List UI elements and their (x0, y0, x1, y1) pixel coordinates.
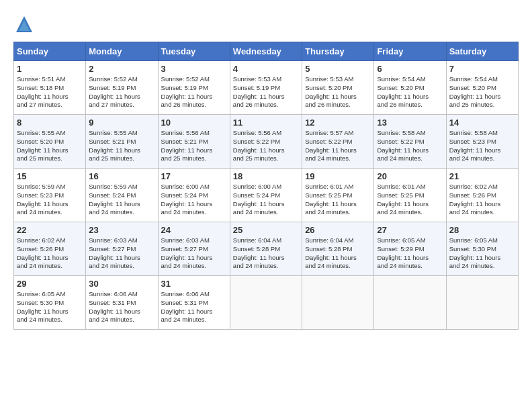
day-detail: Sunrise: 5:54 AM Sunset: 5:20 PM Dayligh… (449, 75, 515, 109)
day-number: 31 (161, 279, 227, 289)
calendar-day: 2Sunrise: 5:52 AM Sunset: 5:19 PM Daylig… (86, 61, 158, 115)
day-number: 19 (305, 171, 371, 181)
day-detail: Sunrise: 5:54 AM Sunset: 5:20 PM Dayligh… (377, 75, 443, 109)
header-tuesday: Tuesday (158, 42, 230, 61)
day-detail: Sunrise: 6:05 AM Sunset: 5:30 PM Dayligh… (449, 236, 515, 271)
calendar-day: 22Sunrise: 6:02 AM Sunset: 5:26 PM Dayli… (14, 222, 86, 276)
day-detail: Sunrise: 6:00 AM Sunset: 5:24 PM Dayligh… (161, 183, 227, 217)
day-number: 22 (17, 225, 83, 235)
day-detail: Sunrise: 6:03 AM Sunset: 5:27 PM Dayligh… (161, 236, 227, 271)
day-detail: Sunrise: 6:01 AM Sunset: 5:25 PM Dayligh… (305, 183, 371, 217)
calendar-week-1: 8Sunrise: 5:55 AM Sunset: 5:20 PM Daylig… (14, 115, 519, 169)
day-detail: Sunrise: 5:52 AM Sunset: 5:19 PM Dayligh… (89, 75, 154, 109)
day-number: 2 (89, 64, 154, 74)
calendar-day: 18Sunrise: 6:00 AM Sunset: 5:24 PM Dayli… (230, 169, 302, 222)
day-detail: Sunrise: 6:01 AM Sunset: 5:25 PM Dayligh… (377, 183, 443, 217)
day-detail: Sunrise: 6:04 AM Sunset: 5:28 PM Dayligh… (305, 236, 371, 271)
calendar-day: 21Sunrise: 6:02 AM Sunset: 5:26 PM Dayli… (446, 169, 518, 222)
day-detail: Sunrise: 5:59 AM Sunset: 5:24 PM Dayligh… (89, 183, 154, 217)
day-number: 11 (233, 118, 299, 128)
calendar-day: 8Sunrise: 5:55 AM Sunset: 5:20 PM Daylig… (14, 115, 86, 169)
calendar-week-4: 29Sunrise: 6:05 AM Sunset: 5:30 PM Dayli… (14, 276, 519, 330)
day-number: 16 (89, 171, 154, 181)
header-thursday: Thursday (302, 42, 374, 61)
day-number: 8 (17, 118, 83, 128)
day-detail: Sunrise: 6:03 AM Sunset: 5:27 PM Dayligh… (89, 236, 154, 271)
calendar-day: 3Sunrise: 5:52 AM Sunset: 5:19 PM Daylig… (158, 61, 230, 115)
calendar-day: 10Sunrise: 5:56 AM Sunset: 5:21 PM Dayli… (158, 115, 230, 169)
day-detail: Sunrise: 6:02 AM Sunset: 5:26 PM Dayligh… (449, 183, 515, 217)
day-number: 1 (17, 64, 83, 74)
calendar-day: 4Sunrise: 5:53 AM Sunset: 5:19 PM Daylig… (230, 61, 302, 115)
day-number: 27 (377, 225, 443, 235)
header-monday: Monday (86, 42, 158, 61)
day-number: 24 (161, 225, 227, 235)
calendar-day: 19Sunrise: 6:01 AM Sunset: 5:25 PM Dayli… (302, 169, 374, 222)
day-detail: Sunrise: 6:06 AM Sunset: 5:31 PM Dayligh… (89, 290, 154, 324)
day-detail: Sunrise: 6:00 AM Sunset: 5:24 PM Dayligh… (233, 183, 299, 217)
day-number: 20 (377, 171, 443, 181)
logo (13, 13, 38, 35)
day-detail: Sunrise: 5:52 AM Sunset: 5:19 PM Dayligh… (161, 75, 227, 109)
day-detail: Sunrise: 6:06 AM Sunset: 5:31 PM Dayligh… (161, 290, 227, 324)
day-number: 10 (161, 118, 227, 128)
header (13, 13, 519, 35)
calendar-header-row: SundayMondayTuesdayWednesdayThursdayFrid… (14, 42, 519, 61)
day-number: 25 (233, 225, 299, 235)
day-number: 13 (377, 118, 443, 128)
day-number: 26 (305, 225, 371, 235)
calendar-day: 1Sunrise: 5:51 AM Sunset: 5:18 PM Daylig… (14, 61, 86, 115)
day-number: 21 (449, 171, 515, 181)
day-detail: Sunrise: 5:55 AM Sunset: 5:21 PM Dayligh… (89, 129, 154, 163)
calendar-day: 12Sunrise: 5:57 AM Sunset: 5:22 PM Dayli… (302, 115, 374, 169)
day-number: 5 (305, 64, 371, 74)
calendar-day: 20Sunrise: 6:01 AM Sunset: 5:25 PM Dayli… (374, 169, 446, 222)
day-detail: Sunrise: 5:58 AM Sunset: 5:22 PM Dayligh… (377, 129, 443, 163)
calendar-day: 30Sunrise: 6:06 AM Sunset: 5:31 PM Dayli… (86, 276, 158, 330)
calendar-day (374, 276, 446, 330)
calendar-day: 16Sunrise: 5:59 AM Sunset: 5:24 PM Dayli… (86, 169, 158, 222)
day-number: 12 (305, 118, 371, 128)
day-number: 28 (449, 225, 515, 235)
calendar-day: 27Sunrise: 6:05 AM Sunset: 5:29 PM Dayli… (374, 222, 446, 276)
day-detail: Sunrise: 6:02 AM Sunset: 5:26 PM Dayligh… (17, 236, 83, 271)
day-number: 7 (449, 64, 515, 74)
calendar-week-0: 1Sunrise: 5:51 AM Sunset: 5:18 PM Daylig… (14, 61, 519, 115)
calendar-day: 28Sunrise: 6:05 AM Sunset: 5:30 PM Dayli… (446, 222, 518, 276)
calendar-day: 29Sunrise: 6:05 AM Sunset: 5:30 PM Dayli… (14, 276, 86, 330)
day-detail: Sunrise: 5:56 AM Sunset: 5:21 PM Dayligh… (161, 129, 227, 163)
calendar-day (230, 276, 302, 330)
calendar-day: 17Sunrise: 6:00 AM Sunset: 5:24 PM Dayli… (158, 169, 230, 222)
calendar-day: 14Sunrise: 5:58 AM Sunset: 5:23 PM Dayli… (446, 115, 518, 169)
day-detail: Sunrise: 5:53 AM Sunset: 5:19 PM Dayligh… (233, 75, 299, 109)
day-detail: Sunrise: 5:58 AM Sunset: 5:23 PM Dayligh… (449, 129, 515, 163)
day-detail: Sunrise: 6:05 AM Sunset: 5:30 PM Dayligh… (17, 290, 83, 324)
calendar-day: 7Sunrise: 5:54 AM Sunset: 5:20 PM Daylig… (446, 61, 518, 115)
calendar-week-2: 15Sunrise: 5:59 AM Sunset: 5:23 PM Dayli… (14, 169, 519, 222)
day-number: 17 (161, 171, 227, 181)
day-detail: Sunrise: 5:51 AM Sunset: 5:18 PM Dayligh… (17, 75, 83, 109)
day-detail: Sunrise: 5:55 AM Sunset: 5:20 PM Dayligh… (17, 129, 83, 163)
day-number: 15 (17, 171, 83, 181)
day-number: 23 (89, 225, 154, 235)
day-number: 18 (233, 171, 299, 181)
calendar-day: 31Sunrise: 6:06 AM Sunset: 5:31 PM Dayli… (158, 276, 230, 330)
day-detail: Sunrise: 5:59 AM Sunset: 5:23 PM Dayligh… (17, 183, 83, 217)
day-detail: Sunrise: 6:04 AM Sunset: 5:28 PM Dayligh… (233, 236, 299, 271)
header-friday: Friday (374, 42, 446, 61)
calendar-day: 23Sunrise: 6:03 AM Sunset: 5:27 PM Dayli… (86, 222, 158, 276)
logo-icon (13, 13, 35, 35)
header-wednesday: Wednesday (230, 42, 302, 61)
day-detail: Sunrise: 5:53 AM Sunset: 5:20 PM Dayligh… (305, 75, 371, 109)
day-number: 6 (377, 64, 443, 74)
calendar-day (446, 276, 518, 330)
header-saturday: Saturday (446, 42, 518, 61)
calendar-week-3: 22Sunrise: 6:02 AM Sunset: 5:26 PM Dayli… (14, 222, 519, 276)
calendar-table: SundayMondayTuesdayWednesdayThursdayFrid… (13, 42, 519, 330)
calendar-day: 15Sunrise: 5:59 AM Sunset: 5:23 PM Dayli… (14, 169, 86, 222)
calendar-day: 13Sunrise: 5:58 AM Sunset: 5:22 PM Dayli… (374, 115, 446, 169)
calendar-day: 5Sunrise: 5:53 AM Sunset: 5:20 PM Daylig… (302, 61, 374, 115)
calendar-day (302, 276, 374, 330)
day-number: 14 (449, 118, 515, 128)
calendar-day: 6Sunrise: 5:54 AM Sunset: 5:20 PM Daylig… (374, 61, 446, 115)
